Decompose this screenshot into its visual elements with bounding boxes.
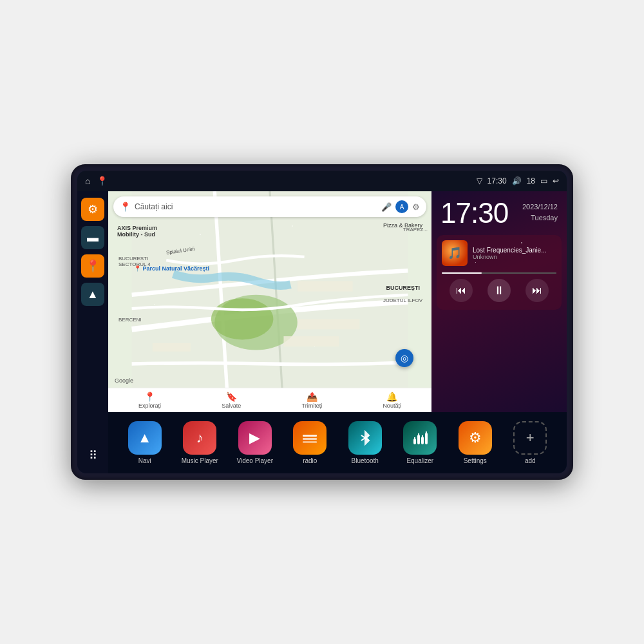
map-search-bar[interactable]: 📍 Căutați aici 🎤 A ⚙ [113,196,426,217]
back-icon[interactable]: ↩ [553,176,559,185]
bluetooth-icon [348,421,382,455]
music-title: Lost Frequencies_Janie... [473,247,556,254]
map-label-ilfov: JUDEȚUL ILFOV [383,298,422,303]
map-panel[interactable]: AXIS PremiumMobility - Sud Pizza & Baker… [108,191,431,412]
album-art: 🎵 [442,240,468,266]
sidebar-navigation-button[interactable]: ▲ [81,283,104,306]
svg-rect-3 [298,281,353,291]
svg-point-2 [211,298,273,339]
music-progress-bar[interactable] [442,272,556,274]
clock-display: 17:30 [440,199,508,227]
map-label-axis: AXIS PremiumMobility - Sud [117,225,157,238]
radio-label: radio [303,457,317,464]
next-track-button[interactable]: ⏭ [526,279,549,302]
music-artist: Unknown [473,254,556,260]
sidebar-settings-button[interactable]: ⚙ [81,198,104,221]
date-value: 2023/12/12 [522,202,558,213]
device-screen: ⌂ 📍 ▽ 17:30 🔊 18 ▭ ↩ ⚙ ▬ [77,171,567,473]
music-info: Lost Frequencies_Janie... Unknown [473,247,556,260]
svg-rect-5 [283,336,339,346]
svg-rect-4 [298,319,359,329]
map-saved-button[interactable]: 🔖 Salvate [222,392,241,409]
bluetooth-label: Bluetooth [352,457,379,464]
video-player-icon: ▶ [238,421,272,455]
status-right: ▽ 17:30 🔊 18 ▭ ↩ [477,176,559,185]
location-button[interactable]: ◎ [395,349,413,367]
map-bottom-bar: 📍 Explorați 🔖 Salvate 📤 Trimiteți [108,388,431,412]
status-time: 17:30 [488,176,507,185]
music-controls: ⏮ ⏸ ⏭ [442,276,556,305]
app-music-player[interactable]: ♪ Music Player [180,421,219,464]
map-explore-button[interactable]: 📍 Explorați [138,392,161,409]
maps-nav-icon[interactable]: 📍 [97,176,108,186]
add-label: add [525,457,536,464]
settings-icon: ⚙ [88,202,98,216]
equalizer-icon [403,421,437,455]
svg-rect-6 [153,343,191,352]
music-player-label: Music Player [182,457,218,464]
map-share-button[interactable]: 📤 Trimiteți [302,392,323,409]
right-panel: 17:30 2023/12/12 Tuesday 🎵 [431,191,567,412]
settings-label: Settings [464,457,487,464]
microphone-icon[interactable]: 🎤 [381,202,392,212]
app-radio[interactable]: radio [290,421,329,464]
app-bluetooth[interactable]: Bluetooth [346,421,384,464]
explore-label: Explorați [138,402,161,409]
add-icon: + [513,421,547,455]
navigation-arrow-icon: ▲ [87,288,99,301]
news-icon: 🔔 [386,392,397,402]
app-video-player[interactable]: ▶ Video Player [236,421,274,464]
google-logo: Google [115,374,133,385]
battery-level: 18 [527,176,535,185]
left-sidebar: ⚙ ▬ 📍 ▲ ⠿ [77,191,108,473]
map-label-bucuresti: BUCUREȘTI [386,285,420,291]
svg-rect-12 [413,439,416,444]
radio-icon [293,421,327,455]
content-area: AXIS PremiumMobility - Sud Pizza & Baker… [108,191,567,473]
map-settings-icon[interactable]: ⚙ [412,202,420,212]
map-label-sector4: BUCUREȘTISECTORUL 4 [118,256,151,267]
battery-icon: ▭ [540,176,547,185]
grid-icon: ⠿ [89,448,97,462]
car-display-device: ⌂ 📍 ▽ 17:30 🔊 18 ▭ ↩ ⚙ ▬ [71,164,573,480]
day-value: Tuesday [522,213,558,223]
svg-rect-13 [417,435,420,444]
date-display: 2023/12/12 Tuesday [522,202,558,223]
map-news-button[interactable]: 🔔 Noutăți [383,392,401,409]
app-add[interactable]: + add [511,421,549,464]
sidebar-apps-grid-button[interactable]: ⠿ [81,444,104,467]
map-marker-icon: 📍 [86,259,100,273]
volume-icon: 🔊 [512,176,522,185]
pause-button[interactable]: ⏸ [488,279,511,302]
map-label-trap: TRAPEZ... [403,227,428,232]
app-equalizer[interactable]: Equalizer [401,421,439,464]
prev-track-button[interactable]: ⏮ [450,279,473,302]
top-panels: AXIS PremiumMobility - Sud Pizza & Baker… [108,191,567,412]
navi-icon: ▲ [128,421,162,455]
music-progress-fill [442,272,482,274]
news-label: Noutăți [383,402,401,409]
saved-icon: 🔖 [226,392,237,402]
saved-label: Salvate [222,402,241,409]
svg-rect-8 [303,438,317,440]
sidebar-maps-button[interactable]: 📍 [81,254,104,278]
map-search-input[interactable]: Căutați aici [135,202,377,211]
home-icon[interactable]: ⌂ [85,176,90,186]
music-section: 🎵 Lost Frequencies_Janie... Unknown [437,235,562,310]
explore-icon: 📍 [144,392,155,402]
svg-rect-9 [303,441,317,443]
wifi-icon: ▽ [477,176,482,185]
account-icon[interactable]: A [395,200,408,213]
music-player-icon: ♪ [183,421,216,455]
folder-icon: ▬ [87,231,99,245]
app-settings[interactable]: ⚙ Settings [456,421,495,464]
sidebar-files-button[interactable]: ▬ [81,226,104,249]
app-navi[interactable]: ▲ Navi [126,421,164,464]
status-bar: ⌂ 📍 ▽ 17:30 🔊 18 ▭ ↩ [77,171,567,191]
app-dock: ▲ Navi ♪ Music Player ▶ Vid [108,412,567,473]
status-left: ⌂ 📍 [85,176,108,186]
google-maps-icon: 📍 [120,202,131,212]
map-label-berceni: BERCENI [118,317,142,323]
video-player-label: Video Player [236,457,273,464]
share-icon: 📤 [307,392,317,402]
